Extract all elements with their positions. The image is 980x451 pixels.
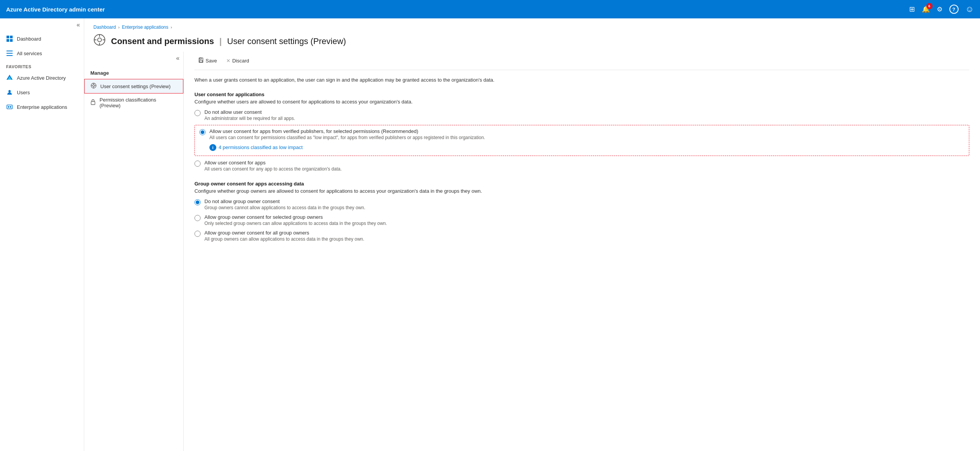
- topbar-title: Azure Active Directory admin center: [6, 6, 909, 13]
- save-icon: [198, 57, 204, 64]
- group-owner-section-title: Group owner consent for apps accessing d…: [194, 181, 969, 187]
- sidebar-item-all-services[interactable]: All services: [0, 46, 84, 61]
- breadcrumb-enterprise-apps[interactable]: Enterprise applications: [122, 25, 168, 30]
- svg-rect-1: [10, 36, 13, 38]
- group-owner-section-desc: Configure whether group owners are allow…: [194, 188, 969, 194]
- description-text: When a user grants consent to an applica…: [194, 76, 969, 84]
- svg-rect-12: [10, 106, 11, 108]
- radio-all-apps[interactable]: [194, 161, 201, 167]
- radio-verified-publishers-label: Allow user consent for apps from verifie…: [209, 128, 485, 134]
- discard-button[interactable]: ✕ Discard: [222, 56, 253, 66]
- breadcrumb-dashboard[interactable]: Dashboard: [93, 25, 116, 30]
- user-consent-section-desc: Configure whether users are allowed to c…: [194, 99, 969, 105]
- manage-panel: « Manage User consent settings (Pre: [84, 52, 184, 451]
- svg-rect-4: [7, 51, 13, 51]
- radio-no-group-consent[interactable]: [194, 199, 201, 205]
- radio-no-consent[interactable]: [194, 110, 201, 116]
- svg-rect-0: [7, 36, 9, 38]
- manage-item-user-consent[interactable]: User consent settings (Preview): [84, 79, 183, 93]
- radio-all-group-owners[interactable]: [194, 231, 201, 237]
- manage-item-permission-class[interactable]: Permission classifications (Preview): [84, 93, 183, 112]
- radio-no-consent-label: Do not allow user consent: [204, 109, 295, 115]
- notification-badge: 6: [926, 3, 933, 9]
- svg-point-14: [98, 38, 101, 42]
- lock-icon: [90, 99, 96, 106]
- manage-item-user-consent-icon: [91, 83, 96, 90]
- user-consent-section: User consent for applications Configure …: [194, 92, 969, 172]
- group-owner-consent-section: Group owner consent for apps accessing d…: [194, 181, 969, 242]
- settings-icon[interactable]: ⚙: [937, 5, 942, 13]
- info-link: i 4 permissions classified as low impact: [209, 144, 964, 151]
- sidebar-collapse-btn[interactable]: «: [0, 18, 84, 31]
- grid-icon[interactable]: ⊞: [909, 5, 915, 13]
- favorites-header: FAVORITES: [0, 61, 84, 71]
- user-consent-section-title: User consent for applications: [194, 92, 969, 97]
- info-icon: i: [209, 144, 216, 151]
- radio-no-consent-sublabel: An administrator will be required for al…: [204, 116, 295, 121]
- topbar: Azure Active Directory admin center ⊞ 🔔 …: [0, 0, 980, 18]
- selected-radio-box: Allow user consent for apps from verifie…: [194, 125, 969, 156]
- svg-rect-6: [7, 55, 13, 56]
- sidebar-item-all-services-label: All services: [17, 51, 42, 56]
- radio-option-all-group-owners: Allow group owner consent for all group …: [194, 230, 969, 242]
- sidebar-item-azure-ad[interactable]: Azure Active Directory: [0, 71, 84, 85]
- sidebar-item-dashboard-label: Dashboard: [17, 36, 41, 42]
- radio-no-group-consent-sublabel: Group owners cannot allow applications t…: [204, 205, 365, 210]
- sidebar-item-enterprise-apps[interactable]: Enterprise applications: [0, 100, 84, 114]
- main-layout: « Dashboard All services FAVORITES: [0, 18, 980, 451]
- radio-no-group-consent-label: Do not allow group owner consent: [204, 198, 365, 204]
- svg-rect-2: [7, 39, 9, 42]
- page-icon: [93, 34, 106, 49]
- sidebar: « Dashboard All services FAVORITES: [0, 18, 84, 451]
- sidebar-item-enterprise-apps-label: Enterprise applications: [17, 104, 67, 110]
- content-area: Dashboard › Enterprise applications ›: [84, 18, 980, 451]
- manage-header: Manage: [84, 65, 183, 79]
- svg-rect-25: [91, 102, 95, 105]
- topbar-icons: ⊞ 🔔 6 ⚙ ? ☺: [909, 4, 974, 14]
- save-button[interactable]: Save: [194, 56, 221, 66]
- radio-all-apps-label: Allow user consent for apps: [204, 160, 342, 166]
- sidebar-item-users-label: Users: [17, 90, 30, 95]
- page-header: Dashboard › Enterprise applications ›: [84, 18, 980, 52]
- radio-all-group-owners-sublabel: All group owners can allow applications …: [204, 236, 364, 242]
- svg-rect-27: [200, 58, 201, 59]
- radio-all-apps-sublabel: All users can consent for any app to acc…: [204, 166, 342, 172]
- all-services-icon: [6, 50, 13, 57]
- save-label: Save: [206, 58, 217, 64]
- svg-rect-10: [7, 105, 12, 109]
- breadcrumb-sep-1: ›: [118, 25, 120, 30]
- users-icon: [6, 89, 13, 96]
- radio-option-selected-group-owners: Allow group owner consent for selected g…: [194, 214, 969, 226]
- svg-point-9: [8, 90, 11, 92]
- toolbar: Save ✕ Discard: [194, 52, 969, 70]
- svg-rect-3: [10, 39, 13, 42]
- radio-verified-publishers-sublabel: All users can consent for permissions cl…: [209, 135, 485, 140]
- svg-point-20: [93, 85, 95, 87]
- radio-selected-group-owners[interactable]: [194, 215, 201, 221]
- breadcrumb-sep-2: ›: [171, 25, 172, 30]
- radio-verified-publishers[interactable]: [199, 129, 206, 135]
- sidebar-item-azure-ad-label: Azure Active Directory: [17, 75, 66, 81]
- sidebar-item-dashboard[interactable]: Dashboard: [0, 31, 84, 46]
- svg-rect-28: [199, 61, 203, 62]
- radio-selected-group-owners-label: Allow group owner consent for selected g…: [204, 214, 387, 220]
- manage-item-permission-class-label: Permission classifications (Preview): [100, 97, 177, 108]
- bell-icon[interactable]: 🔔 6: [922, 5, 930, 13]
- radio-option-no-group-consent: Do not allow group owner consent Group o…: [194, 198, 969, 210]
- enterprise-apps-icon: [6, 103, 13, 110]
- discard-icon: ✕: [226, 58, 230, 64]
- dashboard-icon: [6, 35, 13, 42]
- radio-selected-group-owners-sublabel: Only selected group owners can allow app…: [204, 221, 387, 226]
- svg-rect-11: [8, 106, 9, 108]
- sidebar-item-users[interactable]: Users: [0, 85, 84, 100]
- discard-label: Discard: [232, 58, 249, 64]
- breadcrumb: Dashboard › Enterprise applications ›: [93, 25, 971, 30]
- low-impact-link[interactable]: 4 permissions classified as low impact: [219, 144, 303, 150]
- user-avatar[interactable]: ☺: [965, 4, 974, 14]
- manage-item-user-consent-label: User consent settings (Preview): [100, 84, 171, 89]
- radio-option-no-consent: Do not allow user consent An administrat…: [194, 109, 969, 121]
- manage-collapse-btn[interactable]: «: [84, 52, 183, 65]
- page-title: Consent and permissions | User consent s…: [111, 36, 346, 46]
- svg-rect-5: [7, 53, 13, 54]
- help-icon[interactable]: ?: [949, 5, 959, 14]
